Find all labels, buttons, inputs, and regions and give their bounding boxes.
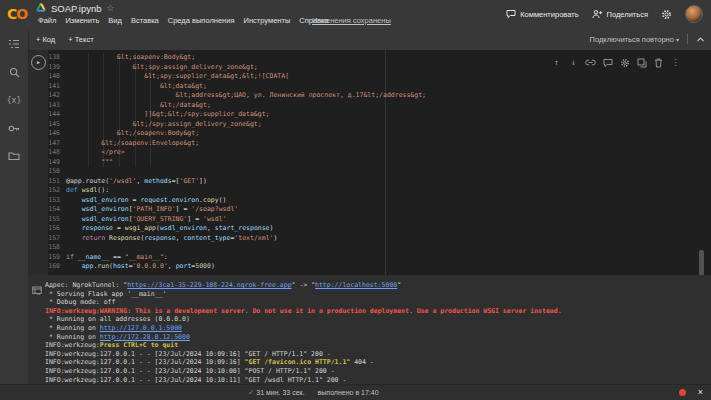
line-number: 155 <box>28 215 66 225</box>
completed-time: выполнено в 17:40 <box>318 389 379 396</box>
close-icon[interactable]: × <box>698 388 703 397</box>
comment-icon <box>506 9 516 19</box>
output-link[interactable]: https://3ca1-35-229-108-224.ngrok-free.a… <box>127 281 291 289</box>
code-line: 142 &lt;address&gt;ЦАО, ул. Ленинский пр… <box>28 91 711 101</box>
line-number: 141 <box>28 82 66 92</box>
output-line: INFO:werkzeug:127.0.0.1 - - [23/Jul/2024… <box>45 376 562 385</box>
line-number: 154 <box>28 205 66 215</box>
output-line: INFO:werkzeug:127.0.0.1 - - [23/Jul/2024… <box>45 367 562 376</box>
output-line: * Serving Flask app '__main__' <box>45 290 562 299</box>
save-status[interactable]: Изменения сохранены <box>312 16 391 25</box>
code-line: 145 &lt;/spy:assign_delivery_zone&gt; <box>28 120 711 130</box>
cell-output-area: Адрес: NgrokTunnel: "https://3ca1-35-229… <box>28 275 711 385</box>
connect-button[interactable]: Подключиться повторно ▾ <box>590 35 679 44</box>
menu-item[interactable]: Среда выполнения <box>168 16 235 25</box>
connect-label: Подключиться повторно <box>590 35 674 44</box>
line-number: 151 <box>28 177 66 187</box>
move-cell-down-icon[interactable]: ↓ <box>568 57 579 68</box>
execution-duration: 31 мин. 33 сек. <box>256 389 304 396</box>
line-number: 159 <box>28 253 66 263</box>
line-number: 152 <box>28 186 66 196</box>
share-button[interactable]: Поделиться <box>592 9 648 19</box>
colab-logo[interactable]: CO <box>7 6 27 22</box>
mirror-cell-icon[interactable] <box>636 57 647 68</box>
code-line: 150 <box>28 167 711 177</box>
files-folder-icon[interactable] <box>0 142 28 170</box>
line-number: 142 <box>28 91 66 101</box>
output-link[interactable]: http://172.28.0.12:5000 <box>100 333 190 341</box>
code-line: 157 return Response(response, content_ty… <box>28 234 711 244</box>
output-actions-icon[interactable] <box>32 281 42 299</box>
secrets-key-icon[interactable] <box>0 114 28 142</box>
toolbar-divider <box>687 34 688 44</box>
code-line: 140 &lt;spy:supplier_data&gt;&lt;![CDATA… <box>28 72 711 82</box>
output-line: INFO:werkzeug:127.0.0.1 - - [23/Jul/2024… <box>45 350 562 359</box>
menu-item[interactable]: Вид <box>108 16 122 25</box>
line-number: 143 <box>28 101 66 111</box>
line-number: 147 <box>28 139 66 149</box>
code-line: 143 &lt;/data&gt; <box>28 101 711 111</box>
variables-icon[interactable]: {x} <box>0 86 28 114</box>
code-line: 144 ]]&gt;&lt;/spy:supplier_data&gt; <box>28 110 711 120</box>
avatar[interactable] <box>685 5 703 23</box>
run-cell-button[interactable]: ▶ <box>31 55 46 70</box>
output-link[interactable]: http://127.0.0.1:5000 <box>100 324 182 332</box>
output-line: INFO:werkzeug:WARNING: This is a develop… <box>45 307 562 316</box>
move-cell-up-icon[interactable]: ↑ <box>551 57 562 68</box>
line-number: 149 <box>28 158 66 168</box>
code-line: 151@app.route('/wsdl', methods=['GET']) <box>28 177 711 187</box>
code-line: 156 response = wsgi_app(wsdl_environ, st… <box>28 224 711 234</box>
status-footer: ✓ 31 мин. 33 сек. выполнено в 17:40 × <box>0 384 711 400</box>
add-text-button[interactable]: + Текст <box>68 35 93 44</box>
code-line: 141 &lt;data&gt; <box>28 82 711 92</box>
output-link[interactable]: http://localhost:5000 <box>315 281 397 289</box>
play-icon: ▶ <box>37 60 40 65</box>
line-number: 148 <box>28 148 66 158</box>
recording-indicator-dot <box>679 389 686 396</box>
editor-settings-gear-icon[interactable] <box>619 57 630 68</box>
notebook-title[interactable]: SOAP.ipynb <box>51 3 102 14</box>
output-log: Адрес: NgrokTunnel: "https://3ca1-35-229… <box>45 281 562 384</box>
code-line: 158 <box>28 243 711 253</box>
delete-cell-trash-icon[interactable] <box>653 57 664 68</box>
star-icon[interactable]: ☆ <box>107 4 115 13</box>
search-icon[interactable] <box>0 58 28 86</box>
menu-item[interactable]: Файл <box>38 16 56 25</box>
header: CO SOAP.ipynb ☆ ФайлИзменитьВидВставкаСр… <box>0 0 711 30</box>
share-icon <box>592 9 603 19</box>
comment-label: Комментировать <box>520 10 578 19</box>
editor-scrollbar-thumb[interactable] <box>699 250 704 277</box>
line-number: 158 <box>28 243 66 253</box>
settings-gear-icon[interactable] <box>661 9 672 20</box>
code-line: 146 &lt;/soapenv:Body&gt; <box>28 129 711 139</box>
chevron-down-icon: ▾ <box>676 37 679 43</box>
code-cell-editor[interactable]: ▶ 138 &lt;soapenv:Body&gt;139 &lt;spy:as… <box>28 50 711 275</box>
line-number: 160 <box>28 262 66 272</box>
code-line: 160 app.run(host='0.0.0.0', port=5000) <box>28 262 711 272</box>
collapse-toolbar-icon[interactable] <box>696 36 705 43</box>
code-line: 154 wsdl_environ['PATH_INFO'] = '/soap?w… <box>28 205 711 215</box>
code-lines: 138 &lt;soapenv:Body&gt;139 &lt;spy:assi… <box>28 53 711 272</box>
line-number: 140 <box>28 72 66 82</box>
line-number: 146 <box>28 129 66 139</box>
code-line: 147 &lt;/soapenv:Envelope&gt; <box>28 139 711 149</box>
output-line: * Debug mode: off <box>45 298 562 307</box>
output-line: * Running on http://172.28.0.12:5000 <box>45 333 562 342</box>
comment-button[interactable]: Комментировать <box>506 9 578 19</box>
line-number: 145 <box>28 120 66 130</box>
table-of-contents-icon[interactable] <box>0 30 28 58</box>
menu-item[interactable]: Инструменты <box>244 16 291 25</box>
copy-link-icon[interactable] <box>585 57 596 68</box>
line-number: 150 <box>28 167 66 177</box>
code-line: 152def wsdl(): <box>28 186 711 196</box>
menu-item[interactable]: Вставка <box>131 16 159 25</box>
output-line: INFO:werkzeug:Press CTRL+C to quit <box>45 341 562 350</box>
comment-cell-icon[interactable] <box>602 57 613 68</box>
menu-bar: ФайлИзменитьВидВставкаСреда выполненияИн… <box>38 16 329 25</box>
output-line: Адрес: NgrokTunnel: "https://3ca1-35-229… <box>45 281 562 290</box>
colab-window: CO SOAP.ipynb ☆ ФайлИзменитьВидВставкаСр… <box>0 0 711 400</box>
line-number: 157 <box>28 234 66 244</box>
add-code-button[interactable]: + Код <box>36 35 55 44</box>
menu-item[interactable]: Изменить <box>65 16 99 25</box>
more-actions-icon[interactable]: ⋮ <box>670 57 681 68</box>
